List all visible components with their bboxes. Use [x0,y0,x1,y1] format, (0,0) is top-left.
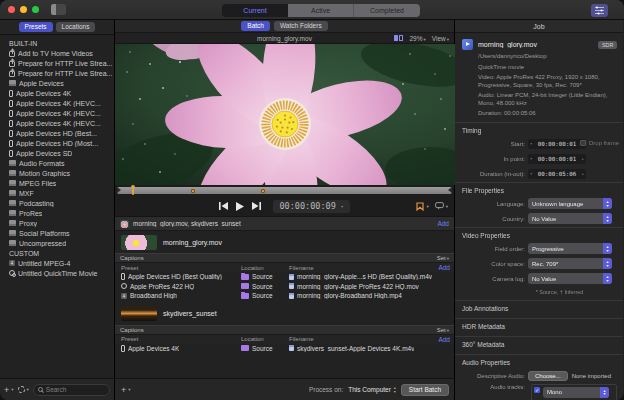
next-frame-button[interactable] [252,202,261,210]
job-row[interactable]: skydivers_sunset [117,304,452,324]
timing-value[interactable]: 00:00:05:06 [538,171,576,177]
tree-item[interactable]: Add to TV Home Videos [0,48,114,58]
decrement-icon[interactable]: ▾ [530,156,532,161]
tab-watch-folders[interactable]: Watch Folders [274,21,328,31]
tree-item[interactable]: Apple Devices HD (Most... [0,138,114,148]
tree-item[interactable]: Podcasting [0,198,114,208]
tree-item[interactable]: MPEG Files [0,178,114,188]
zoom-window-button[interactable] [32,6,39,13]
tree-item[interactable]: ProRes [0,208,114,218]
job-annotations-section[interactable]: Job Annotations [455,300,623,318]
timecode-stepper-field[interactable]: ▾ 00:00:05:06 ▴ [528,169,586,179]
source-inferred-footnote: * Source, † Inferred [455,287,614,300]
property-dropdown[interactable]: Unknown language ▴▾ [528,198,612,209]
decrement-icon[interactable]: ▾ [530,171,532,176]
tab-completed[interactable]: Completed [354,4,420,17]
add-job-button[interactable]: +▾ [121,385,131,395]
timing-value[interactable]: 00:00:00:01 [538,141,576,147]
output-row[interactable]: Apple Devices HD (Best Quality) Source [115,272,454,282]
search-input[interactable]: Search [33,384,110,396]
increment-icon[interactable]: ▴ [582,171,584,176]
tree-item[interactable]: Apple Devices 4K (HEVC... [0,108,114,118]
add-output-link[interactable]: Add [437,220,449,227]
add-output-link[interactable]: Add [438,264,450,271]
output-row[interactable]: Apple Devices 4K Source sk [115,344,454,354]
output-row[interactable]: Broadband High Source morn [115,291,454,301]
zoom-level-dropdown[interactable]: 29%▾ [409,35,425,42]
timecode-stepper-field[interactable]: ▾ 00:00:00:01 ▴ [528,139,586,149]
tree-item[interactable]: Prepare for HTTP Live Strea... [0,58,114,68]
captions-menu-button[interactable]: ▾ [435,202,448,210]
tree-item[interactable]: Apple Devices 4K (HEVC... [0,118,114,128]
timeline-marker[interactable] [191,189,195,193]
job-row[interactable]: morning_glory.mov [117,232,452,252]
tree-item[interactable]: Untitled MPEG-4 [0,258,114,268]
timing-value[interactable]: 00:00:00:01 [538,156,576,162]
marker-menu-button[interactable]: ▾ [416,202,428,211]
updown-arrows-icon: ▴▾ [394,386,396,393]
start-batch-button[interactable]: Start Batch [401,384,449,396]
decrement-icon[interactable]: ▾ [530,141,532,146]
preset-icon [9,230,16,236]
tree-item[interactable]: Audio Formats [0,158,114,168]
inspector-toggle-button[interactable] [591,4,608,17]
timeline-scrubber[interactable] [115,185,454,196]
scrubber-track[interactable] [117,187,452,194]
tree-item[interactable]: MXF [0,188,114,198]
add-preset-button[interactable]: +▾ [4,385,14,395]
preset-actions-button[interactable]: ▾ [18,385,29,395]
batch-footer: +▾ Process on: This Computer ▴▾ Start Ba… [115,378,454,400]
playhead[interactable] [132,186,134,195]
tree-item[interactable]: Proxy [0,218,114,228]
tree-item[interactable]: BUILT-IN [0,38,114,48]
tree-item[interactable]: Apple Devices HD (Best... [0,128,114,138]
drop-frame-checkbox[interactable] [580,140,586,146]
tab-active[interactable]: Active [288,4,354,17]
tab-batch[interactable]: Batch [241,21,270,31]
tree-item[interactable]: Uncompressed [0,238,114,248]
previous-frame-button[interactable] [219,202,228,210]
timing-section: Timing Start: ▾ 00:00:00:01 ▴ In point: [455,122,623,182]
video-summary: Video: Apple ProRes 422 Proxy, 1920 x 10… [478,74,617,89]
timecode-field[interactable]: 00:00:00:09▾ [273,200,349,213]
video-preview[interactable] [115,44,454,185]
compare-view-icon[interactable] [394,35,403,41]
tab-locations[interactable]: Locations [56,22,96,32]
captions-set-dropdown[interactable]: Set▾ [437,327,449,333]
hdr-metadata-section[interactable]: HDR Metadata [455,318,623,336]
timecode-stepper-field[interactable]: ▾ 00:00:00:01 ▴ [528,154,586,164]
track-enabled-checkbox[interactable]: ✓ [534,387,540,393]
tree-item[interactable]: Apple Devices [0,78,114,88]
tree-item[interactable]: Apple Devices 4K [0,88,114,98]
view-dropdown[interactable]: View▾ [432,35,449,42]
property-dropdown[interactable]: No Value ▴▾ [528,273,612,284]
tab-presets[interactable]: Presets [19,22,53,32]
movie-file-icon [462,39,473,50]
timeline-marker[interactable] [261,189,265,193]
property-dropdown[interactable]: Progressive ▴▾ [528,243,612,254]
tree-item[interactable]: CUSTOM [0,248,114,258]
file-properties-section: File Properties Language: Unknown langua… [455,182,623,227]
tree-item[interactable]: Motion Graphics [0,168,114,178]
minimize-window-button[interactable] [20,6,27,13]
tree-item[interactable]: Social Platforms [0,228,114,238]
close-window-button[interactable] [8,6,15,13]
property-dropdown[interactable]: Rec. 709* ▴▾ [528,258,612,269]
choose-button[interactable]: Choose... [528,371,568,381]
tree-item[interactable]: Apple Devices 4K (HEVC... [0,98,114,108]
play-button[interactable] [236,202,244,211]
metadata-360-section[interactable]: 360° Metadata [455,336,623,354]
increment-icon[interactable]: ▴ [582,156,584,161]
tree-item[interactable]: Untitled QuickTime Movie [0,268,114,278]
output-row[interactable]: Apple ProRes 422 HQ Source [115,282,454,292]
track-layout-dropdown[interactable]: Mono ▴▾ [543,387,609,398]
property-dropdown[interactable]: No Value ▴▾ [528,213,612,224]
process-on-dropdown[interactable]: This Computer ▴▾ [348,386,396,393]
tree-item[interactable]: Apple Devices SD [0,148,114,158]
add-output-link[interactable]: Add [438,336,450,343]
captions-set-dropdown[interactable]: Set▾ [437,255,449,261]
tab-current[interactable]: Current [222,4,288,17]
batch-summary-row[interactable]: morning_glory.mov, skydivers_sunset Add [115,217,454,231]
tree-item[interactable]: Prepare for HTTP Live Strea... [0,68,114,78]
sidebar-toggle-icon[interactable] [51,4,66,15]
